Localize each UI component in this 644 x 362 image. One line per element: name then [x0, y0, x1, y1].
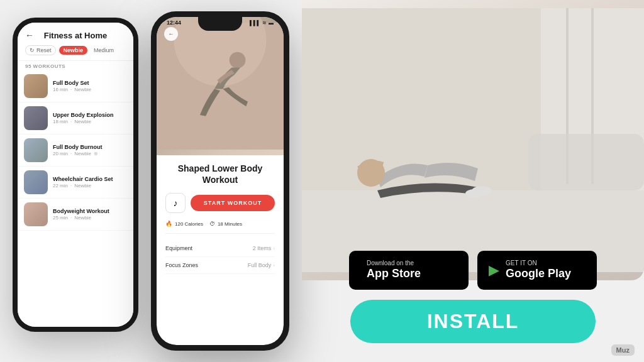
hero-back-arrow[interactable]: ← — [164, 27, 178, 41]
google-play-title: Google Play — [506, 267, 571, 281]
workout-duration: 25 min — [53, 215, 68, 221]
fitness-background — [302, 0, 644, 280]
chevron-right-icon: › — [273, 263, 275, 268]
app-store-text: Download on the App Store — [367, 260, 421, 281]
workout-duration: 20 min — [53, 151, 68, 156]
reset-icon: ↻ — [30, 47, 35, 53]
equipment-count: 2 Items — [253, 245, 272, 251]
workout-detail-title: Shaped Lower Body Workout — [165, 163, 275, 185]
focus-value: Full Body › — [248, 262, 275, 268]
filter-newbie-btn[interactable]: Newbie — [59, 46, 88, 55]
clock-icon: ⏱ — [209, 221, 215, 227]
workout-thumbnail — [24, 170, 48, 194]
app-store-button[interactable]: Download on the App Store — [349, 251, 469, 290]
list-item[interactable]: Full Body Set 16 min · Newbie — [18, 70, 133, 102]
workout-thumbnail — [24, 202, 48, 226]
workout-level: Newbie — [74, 151, 91, 156]
workout-hero-image: ← — [157, 17, 284, 155]
workout-meta: 22 min · Newbie — [53, 183, 127, 189]
workout-meta: 20 min · Newbie ⊕ — [53, 151, 127, 156]
music-button[interactable]: ♪ — [165, 193, 186, 213]
start-workout-button[interactable]: START WORKOUT — [191, 195, 275, 211]
focus-zones: Full Body — [248, 262, 272, 268]
status-icons: ▌▌▌ ≋ ▬ — [250, 20, 274, 26]
bullet: · — [70, 183, 72, 189]
workout-duration: 18 min — [53, 119, 68, 124]
equipment-label: Equipment — [165, 245, 192, 251]
install-button[interactable]: INSTALL — [350, 300, 596, 343]
bullet: · — [70, 151, 72, 156]
workout-name: Upper Body Explosion — [53, 112, 127, 119]
music-icon: ♪ — [174, 198, 178, 208]
link-icon: ⊕ — [94, 151, 98, 156]
start-row: ♪ START WORKOUT — [165, 193, 275, 213]
signal-icon: ▌▌▌ — [250, 20, 260, 26]
workout-duration: 16 min — [53, 87, 68, 92]
workout-thumbnail — [24, 106, 48, 130]
google-play-button[interactable]: ▶ GET IT ON Google Play — [477, 251, 597, 290]
workout-level: Newbie — [74, 87, 91, 92]
fitness-svg — [302, 0, 644, 280]
status-time: 12:44 — [167, 19, 181, 26]
workout-detail: Shaped Lower Body Workout ♪ START WORKOU… — [157, 155, 284, 282]
workout-duration: 22 min — [53, 183, 68, 189]
duration-value: 18 Minutes — [218, 221, 242, 227]
workouts-count: 95 WORKOUTS — [18, 61, 133, 70]
svg-rect-8 — [528, 134, 644, 190]
phone-notch — [198, 17, 242, 31]
focus-label: Focus Zones — [165, 262, 198, 268]
fitness-photo — [302, 0, 644, 280]
workout-meta: 25 min · Newbie — [53, 215, 127, 221]
filter-medium-btn[interactable]: Medium — [91, 46, 117, 55]
workout-name: Wheelchair Cardio Set — [53, 176, 127, 184]
equipment-value: 2 Items › — [253, 245, 275, 251]
back-phone-header: ← Fitness at Home ↻ Reset Newbie Medium — [18, 23, 133, 61]
back-arrow-icon[interactable]: ← — [25, 30, 34, 40]
calories-stat: 🔥 120 Calories — [165, 221, 203, 227]
chevron-right-icon: › — [273, 246, 275, 251]
bullet: · — [70, 215, 72, 221]
list-item[interactable]: Full Body Burnout 20 min · Newbie ⊕ — [18, 134, 133, 167]
left-section: ← Fitness at Home ↻ Reset Newbie Medium … — [0, 0, 302, 362]
watermark: Muz — [611, 344, 635, 356]
list-item[interactable]: Bodyweight Workout 25 min · Newbie — [18, 199, 133, 231]
play-icon: ▶ — [489, 262, 499, 278]
workout-info: Upper Body Explosion 18 min · Newbie — [53, 112, 127, 125]
wifi-icon: ≋ — [262, 20, 267, 26]
back-phone-screen: ← Fitness at Home ↻ Reset Newbie Medium … — [18, 23, 133, 327]
workout-thumbnail — [24, 74, 48, 98]
battery-icon: ▬ — [269, 20, 274, 26]
list-item[interactable]: Upper Body Explosion 18 min · Newbie — [18, 102, 133, 134]
stats-row: 🔥 120 Calories ⏱ 18 Minutes — [165, 221, 275, 234]
calories-value: 120 Calories — [175, 221, 203, 227]
list-item[interactable]: Wheelchair Cardio Set 22 min · Newbie — [18, 167, 133, 199]
equipment-row[interactable]: Equipment 2 Items › — [165, 240, 275, 257]
filter-reset-btn[interactable]: ↻ Reset — [25, 45, 56, 55]
right-section: Download on the App Store ▶ GET IT ON Go… — [302, 0, 644, 362]
back-phone-title: Fitness at Home — [44, 31, 107, 40]
filter-row: ↻ Reset Newbie Medium — [25, 45, 126, 55]
workout-level: Newbie — [74, 119, 91, 124]
workout-name: Full Body Set — [53, 80, 127, 87]
back-title-row: ← Fitness at Home — [25, 30, 126, 40]
google-play-text: GET IT ON Google Play — [506, 260, 571, 281]
fire-icon: 🔥 — [165, 221, 172, 227]
app-store-title: App Store — [367, 267, 421, 281]
workout-level: Newbie — [74, 215, 91, 221]
bullet: · — [70, 87, 72, 92]
focus-row[interactable]: Focus Zones Full Body › — [165, 257, 275, 274]
workout-meta: 18 min · Newbie — [53, 119, 127, 124]
phone-front: 12:44 ▌▌▌ ≋ ▬ ← — [151, 11, 289, 351]
google-play-subtitle: GET IT ON — [506, 260, 571, 267]
phone-back: ← Fitness at Home ↻ Reset Newbie Medium … — [13, 18, 138, 332]
workout-info: Full Body Burnout 20 min · Newbie ⊕ — [53, 144, 127, 157]
svg-point-11 — [465, 189, 483, 198]
duration-stat: ⏱ 18 Minutes — [209, 221, 242, 227]
bullet: · — [70, 119, 72, 124]
workout-name: Bodyweight Workout — [53, 208, 127, 216]
workout-info: Full Body Set 16 min · Newbie — [53, 80, 127, 93]
store-buttons: Download on the App Store ▶ GET IT ON Go… — [349, 251, 597, 290]
reset-label: Reset — [36, 47, 52, 53]
workout-thumbnail — [24, 138, 48, 162]
svg-point-2 — [230, 52, 246, 69]
